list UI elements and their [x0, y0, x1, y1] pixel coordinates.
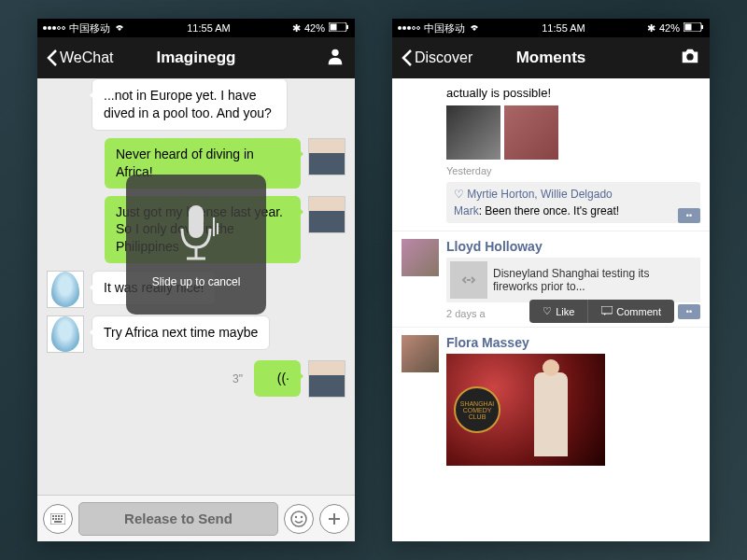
chat-title: Imaginegg	[156, 49, 235, 67]
back-label: WeChat	[60, 49, 114, 66]
sound-wave-icon: ((·	[277, 370, 289, 387]
status-bar: 中国移动 11:55 AM ✱ 42%	[37, 19, 355, 37]
emoji-button[interactable]	[284, 504, 314, 534]
svg-point-21	[301, 515, 303, 517]
likes-line: ♡ Myrtie Horton, Willie Delgado	[454, 188, 693, 201]
comedy-badge: SHANGHAI COMEDY CLUB	[454, 386, 500, 433]
svg-rect-26	[701, 25, 703, 29]
svg-rect-16	[58, 518, 60, 520]
battery-icon	[329, 22, 349, 34]
battery-icon	[684, 22, 704, 34]
moments-post: Lloyd Holloway Disneyland Shanghai testi…	[392, 231, 710, 328]
avatar[interactable]	[308, 196, 345, 233]
heart-icon: ♡	[454, 188, 467, 201]
moments-post: actually is possible! Yesterday •• ♡ Myr…	[392, 78, 710, 231]
battery-percent: 42%	[304, 22, 325, 34]
likes-names[interactable]: Myrtie Horton, Willie Delgado	[467, 188, 612, 201]
avatar[interactable]	[402, 335, 439, 372]
svg-rect-4	[189, 205, 204, 238]
comment-toggle-button[interactable]: ••	[678, 304, 700, 319]
commenter-name[interactable]: Mark	[454, 204, 479, 217]
wifi-icon	[469, 22, 480, 34]
status-time: 11:55 AM	[542, 22, 585, 34]
post-text: actually is possible!	[446, 86, 700, 100]
hold-to-talk-button[interactable]: Release to Send	[78, 502, 278, 536]
svg-rect-2	[346, 25, 348, 29]
svg-point-20	[295, 515, 297, 517]
smiley-icon	[289, 510, 308, 528]
nav-bar: Discover Moments	[392, 37, 710, 78]
svg-rect-17	[61, 518, 63, 520]
link-icon	[450, 261, 487, 299]
svg-rect-10	[52, 515, 54, 517]
comment-icon	[601, 306, 613, 317]
input-bar: Release to Send	[37, 495, 355, 541]
moments-title: Moments	[516, 49, 586, 67]
svg-rect-18	[54, 521, 62, 523]
plus-icon	[327, 511, 342, 526]
bluetooth-icon: ✱	[647, 22, 655, 35]
overlay-hint: Slide up to cancel	[152, 275, 241, 288]
voice-recording-overlay: Slide up to cancel	[126, 175, 266, 315]
message-bubble[interactable]: ...not in Europe yet. I have dived in a …	[92, 78, 288, 131]
moments-screen: 中国移动 11:55 AM ✱ 42% Discover Moments act…	[392, 19, 710, 541]
chat-body[interactable]: ...not in Europe yet. I have dived in a …	[37, 78, 355, 495]
svg-rect-14	[52, 518, 54, 520]
carrier-label: 中国移动	[69, 21, 110, 35]
action-popup: ♡ Like Comment	[529, 300, 674, 323]
message-bubble[interactable]: Try Africa next time maybe	[92, 315, 270, 350]
post-image[interactable]: SHANGHAI COMEDY CLUB	[446, 354, 605, 466]
battery-percent: 42%	[659, 22, 680, 34]
nav-bar: WeChat Imaginegg	[37, 37, 355, 78]
comment-toggle-button[interactable]: ••	[678, 208, 700, 223]
moments-post: Flora Massey SHANGHAI COMEDY CLUB	[392, 328, 710, 473]
signal-dots-icon	[43, 26, 65, 30]
svg-point-19	[291, 511, 306, 526]
person-icon	[325, 46, 345, 66]
avatar[interactable]	[47, 271, 84, 308]
svg-rect-15	[55, 518, 57, 520]
svg-rect-1	[330, 24, 336, 31]
profile-button[interactable]	[325, 46, 345, 70]
svg-point-3	[331, 49, 338, 56]
svg-rect-11	[55, 515, 57, 517]
voice-message[interactable]: ((·	[254, 360, 301, 397]
status-time: 11:55 AM	[187, 22, 230, 34]
avatar[interactable]	[47, 315, 84, 353]
bluetooth-icon: ✱	[292, 22, 301, 35]
keyboard-toggle-button[interactable]	[43, 504, 73, 534]
more-button[interactable]	[319, 504, 349, 534]
microphone-icon	[173, 201, 219, 266]
svg-rect-28	[601, 306, 613, 314]
avatar[interactable]	[308, 360, 345, 398]
post-image[interactable]	[446, 105, 500, 160]
svg-rect-25	[684, 24, 691, 31]
back-button[interactable]: WeChat	[47, 49, 114, 66]
message-row: ((· 3"	[47, 360, 345, 398]
signal-dots-icon	[398, 26, 420, 30]
back-label: Discover	[415, 49, 472, 66]
keyboard-icon	[50, 513, 65, 525]
back-button[interactable]: Discover	[402, 49, 472, 66]
post-image[interactable]	[504, 105, 558, 160]
voice-duration: 3"	[233, 372, 243, 385]
svg-rect-13	[61, 515, 63, 517]
post-author[interactable]: Flora Massey	[446, 335, 700, 350]
comment-button[interactable]: Comment	[588, 300, 674, 323]
shared-link[interactable]: Disneyland Shanghai testing its firework…	[446, 258, 700, 302]
moments-feed[interactable]: actually is possible! Yesterday •• ♡ Myr…	[392, 78, 710, 541]
post-images	[446, 105, 700, 160]
message-row: ...not in Europe yet. I have dived in a …	[47, 78, 345, 131]
post-time: Yesterday	[446, 165, 700, 176]
status-bar: 中国移动 11:55 AM ✱ 42%	[392, 19, 710, 37]
message-row: Try Africa next time maybe	[47, 315, 345, 353]
camera-icon	[680, 46, 700, 66]
post-author[interactable]: Lloyd Holloway	[446, 239, 700, 254]
avatar[interactable]	[402, 239, 439, 276]
wifi-icon	[114, 22, 125, 34]
heart-icon: ♡	[543, 305, 552, 317]
like-button[interactable]: ♡ Like	[529, 300, 588, 323]
camera-button[interactable]	[680, 46, 700, 70]
avatar[interactable]	[308, 138, 345, 175]
comment-text: : Been there once. It's great!	[479, 204, 619, 217]
